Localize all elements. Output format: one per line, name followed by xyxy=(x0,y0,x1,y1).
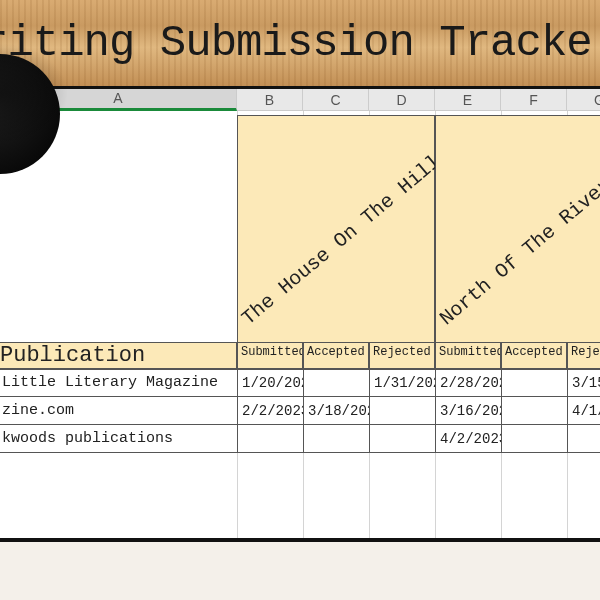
column-header-C[interactable]: C xyxy=(303,89,369,111)
data-cell[interactable]: 1/31/2023 xyxy=(369,369,435,396)
table-row[interactable]: zine.com2/2/20233/18/20233/16/20234/1/ xyxy=(0,397,600,425)
title-banner: riting Submission Tracke xyxy=(0,0,600,86)
data-cell[interactable]: 2/2/2023 xyxy=(237,397,303,424)
data-cell[interactable] xyxy=(501,397,567,424)
data-cell[interactable] xyxy=(237,425,303,452)
story-header-block[interactable]: The House On The Hill xyxy=(237,115,435,343)
data-cell[interactable]: 3/18/2023 xyxy=(303,397,369,424)
table-row[interactable]: Little Literary Magazine1/20/20231/31/20… xyxy=(0,369,600,397)
data-cell[interactable] xyxy=(303,425,369,452)
data-cell[interactable] xyxy=(303,369,369,396)
story-title: North Of The River xyxy=(435,174,600,330)
data-cell[interactable] xyxy=(369,425,435,452)
column-header-B[interactable]: B xyxy=(237,89,303,111)
data-cell[interactable] xyxy=(501,425,567,452)
subheader-accepted[interactable]: Accepted xyxy=(501,342,567,369)
publication-cell[interactable]: kwoods publications xyxy=(0,425,237,452)
publication-cell[interactable]: Little Literary Magazine xyxy=(0,369,237,396)
bottom-margin xyxy=(0,542,600,600)
data-cell[interactable] xyxy=(369,397,435,424)
table-row[interactable]: kwoods publications4/2/2023 xyxy=(0,425,600,453)
subheader-rejected[interactable]: Rejected xyxy=(369,342,435,369)
subheader-submitted[interactable]: Submitted xyxy=(237,342,303,369)
data-cell[interactable]: 3/15/ xyxy=(567,369,600,396)
column-header-G[interactable]: G xyxy=(567,89,600,111)
publication-header-label: Publication xyxy=(0,343,145,368)
data-cell[interactable]: 4/2/2023 xyxy=(435,425,501,452)
story-title: The House On The Hill xyxy=(237,150,445,330)
subheader-submitted[interactable]: Submitted xyxy=(435,342,501,369)
data-cell[interactable] xyxy=(567,425,600,452)
story-header-block[interactable]: North Of The River xyxy=(435,115,600,343)
column-header-D[interactable]: D xyxy=(369,89,435,111)
page-title: riting Submission Tracke xyxy=(0,18,592,68)
data-cell[interactable] xyxy=(501,369,567,396)
subheader-accepted[interactable]: Accepted xyxy=(303,342,369,369)
data-cell[interactable]: 1/20/2023 xyxy=(237,369,303,396)
column-header-row: ABCDEFG xyxy=(0,89,600,111)
column-header-F[interactable]: F xyxy=(501,89,567,111)
spreadsheet[interactable]: ABCDEFG The House On The HillNorth Of Th… xyxy=(0,86,600,600)
data-cell[interactable]: 3/16/2023 xyxy=(435,397,501,424)
grid[interactable]: The House On The HillNorth Of The River … xyxy=(0,111,600,600)
publication-cell[interactable]: zine.com xyxy=(0,397,237,424)
publication-header[interactable]: Publication xyxy=(0,342,237,369)
subheader-rejected[interactable]: Rejected xyxy=(567,342,600,369)
data-cell[interactable]: 2/28/2023 xyxy=(435,369,501,396)
data-cell[interactable]: 4/1/ xyxy=(567,397,600,424)
column-header-E[interactable]: E xyxy=(435,89,501,111)
